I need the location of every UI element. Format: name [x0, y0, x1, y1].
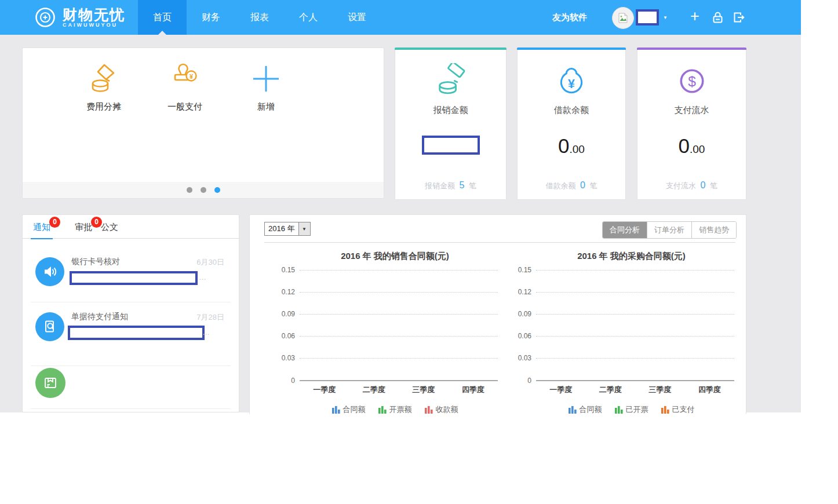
tab-sales-trend[interactable]: 销售趋势 — [691, 222, 736, 238]
y-tick-label: 0.15 — [507, 266, 531, 274]
carousel — [23, 182, 384, 198]
stat-card-loan-balance: ¥ 借款余额 0.00 借款余额 0 笔 — [517, 48, 626, 200]
tab-notifications[interactable]: 通知 0 — [33, 222, 50, 233]
legend-item: 已开票 — [615, 404, 648, 415]
nav-item-home[interactable]: 首页 — [138, 0, 187, 35]
quick-action-label: 费用分摊 — [76, 101, 132, 112]
reimbursement-icon — [433, 63, 469, 99]
bar-chart-icon — [332, 406, 340, 414]
legend-item: 已支付 — [661, 404, 695, 415]
stat-card-footer: 借款余额 0 笔 — [518, 180, 625, 191]
notifications-panel: 通知 0 审批 0 公文 银行卡号核对 6月30日 … — [22, 214, 239, 412]
nav-item-personal[interactable]: 个人 — [284, 0, 333, 35]
stat-card-title: 借款余额 — [518, 105, 625, 116]
nav-item-reports[interactable]: 报表 — [235, 0, 284, 35]
carousel-dot-active[interactable] — [214, 187, 220, 193]
stat-value: 0.00 — [637, 134, 746, 158]
chart-legend: 合同额开票额收款额 — [292, 404, 498, 415]
select-dropdown-icon[interactable]: ▼ — [298, 222, 310, 235]
card-accent-bar — [637, 48, 746, 50]
purchase-contract-chart: 2016 年 我的采购合同额(元) 0.150.120.090.060.030 … — [502, 251, 734, 415]
x-category-label: 二季度 — [349, 385, 399, 395]
divider — [264, 242, 735, 243]
legend-label: 合同额 — [343, 404, 366, 415]
tab-label: 通知 — [33, 222, 50, 232]
logout-icon[interactable] — [733, 11, 745, 24]
gridline: 0.09 — [300, 314, 498, 315]
legend-label: 已支付 — [672, 404, 695, 415]
navbar: 财物无忧 CAIWUWUYOU 首页 财务 报表 个人 设置 友为软件 ▼ + — [0, 0, 801, 35]
nav-item-settings[interactable]: 设置 — [333, 0, 381, 35]
broken-image-icon — [617, 12, 629, 24]
notification-body-redacted — [70, 271, 198, 285]
stat-card-footer: 支付流水 0 笔 — [637, 180, 746, 191]
speaker-icon[interactable] — [35, 257, 64, 286]
lock-icon[interactable] — [712, 11, 724, 24]
gridline: 0.15 — [300, 270, 498, 271]
gridline: 0.03 — [300, 358, 498, 359]
document-search-icon[interactable] — [35, 312, 64, 341]
expense-allocation-icon — [87, 62, 121, 96]
sales-contract-chart: 2016 年 我的销售合同额(元) 0.150.120.090.060.030 … — [266, 251, 498, 415]
year-select[interactable]: 2016 年 ▼ — [264, 222, 311, 236]
tab-approvals[interactable]: 审批 0 — [75, 222, 92, 233]
y-tick-label: 0.09 — [271, 310, 295, 318]
tab-label: 审批 — [75, 222, 92, 232]
bar-chart-icon — [425, 406, 433, 414]
logo[interactable]: 财物无忧 CAIWUWUYOU — [34, 6, 125, 29]
nav-menu: 首页 财务 报表 个人 设置 — [138, 0, 381, 35]
stat-card-title: 支付流水 — [637, 105, 746, 116]
x-category-label: 三季度 — [635, 385, 685, 395]
chart-xlabels: 一季度二季度三季度四季度 — [300, 385, 498, 395]
app-background: 财物无忧 CAIWUWUYOU 首页 财务 报表 个人 设置 友为软件 ▼ + — [0, 0, 801, 412]
chart-xlabels: 一季度二季度三季度四季度 — [536, 385, 734, 395]
quick-action-general-payment[interactable]: ¥ 一般支付 — [157, 61, 213, 112]
x-category-label: 三季度 — [399, 385, 449, 395]
quick-action-add-new[interactable]: 新增 — [238, 61, 294, 112]
footer-label: 报销金额 — [425, 181, 455, 190]
quick-action-expense-allocation[interactable]: 费用分摊 — [76, 61, 132, 112]
add-icon[interactable]: + — [690, 8, 699, 25]
stat-value-redacted — [422, 136, 480, 155]
general-payment-icon: ¥ — [168, 62, 202, 96]
logo-title: 财物无忧 — [63, 8, 125, 22]
tab-documents[interactable]: 公文 — [101, 222, 118, 233]
archive-box-icon[interactable] — [35, 368, 65, 398]
notification-title[interactable]: 单据待支付通知 — [71, 312, 128, 322]
chart-plot: 0.150.120.090.060.030 — [300, 270, 498, 381]
plus-icon — [249, 62, 283, 96]
tab-contract-analysis[interactable]: 合同分析 — [603, 222, 647, 238]
notification-date: 6月30日 — [196, 257, 224, 268]
chevron-down-icon[interactable]: ▼ — [663, 15, 668, 20]
x-category-label: 四季度 — [685, 385, 735, 395]
chart-title: 2016 年 我的销售合同额(元) — [292, 251, 498, 262]
nav-item-finance[interactable]: 财务 — [187, 0, 235, 35]
x-axis-line: 0 — [300, 380, 498, 381]
quick-action-label: 新增 — [238, 101, 294, 112]
notification-title[interactable]: 银行卡号核对 — [71, 257, 120, 267]
carousel-dot[interactable] — [201, 187, 206, 193]
notification-tabs: 通知 0 审批 0 公文 — [23, 215, 239, 239]
legend-item: 收款额 — [425, 404, 458, 415]
footer-unit: 笔 — [590, 181, 597, 190]
footer-count: 0 — [580, 180, 585, 190]
tab-order-analysis[interactable]: 订单分析 — [647, 222, 691, 238]
y-tick-label: 0.06 — [507, 332, 531, 340]
svg-text:¥: ¥ — [190, 73, 194, 80]
notification-badge: 0 — [49, 217, 60, 228]
card-accent-bar — [517, 48, 626, 50]
avatar[interactable] — [612, 7, 634, 29]
y-tick-label: 0 — [507, 377, 531, 385]
analysis-tab-group: 合同分析 订单分析 销售趋势 — [602, 221, 737, 239]
value-integer: 0 — [679, 134, 690, 157]
logo-subtitle: CAIWUWUYOU — [63, 22, 125, 28]
card-accent-bar — [395, 48, 507, 50]
bar-chart-icon — [378, 406, 387, 414]
company-name: 友为软件 — [552, 0, 587, 35]
logo-icon — [34, 6, 57, 29]
y-tick-label: 0.09 — [507, 310, 531, 318]
footer-label: 支付流水 — [666, 181, 696, 190]
quick-action-label: 一般支付 — [157, 101, 213, 112]
carousel-dot[interactable] — [187, 187, 192, 193]
username-redacted[interactable] — [636, 9, 659, 25]
